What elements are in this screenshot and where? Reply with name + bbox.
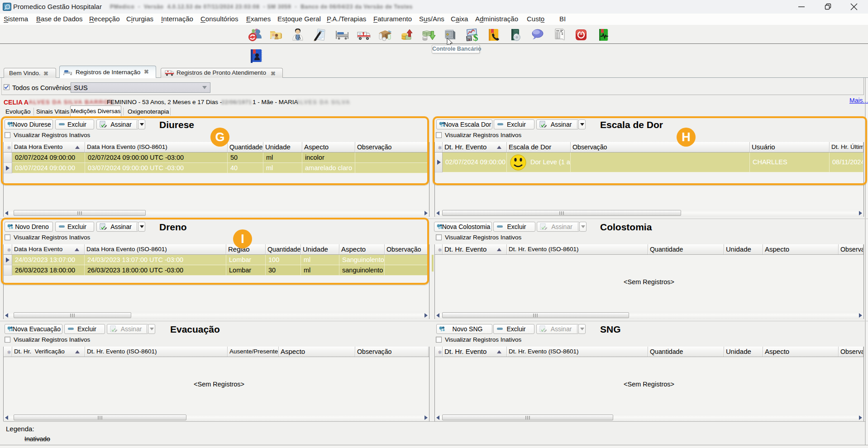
svg-text:$: $ [473, 32, 478, 42]
